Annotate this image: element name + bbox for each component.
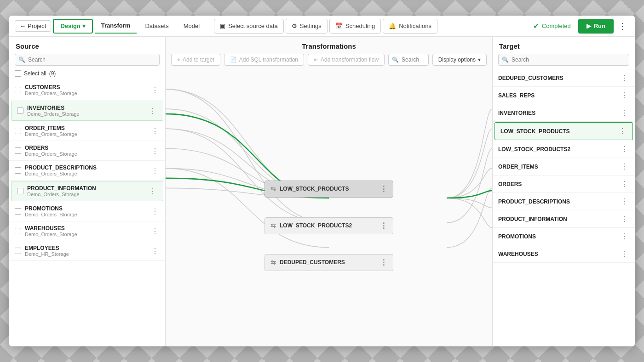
source-item-more[interactable]: ⋮: [150, 247, 160, 255]
source-item-info: EMPLOYEES Demo_HR_Storage: [25, 245, 147, 257]
transform-node-low-stock2[interactable]: ⇆ LOW_STOCK_PRODUCTS2 ⋮: [264, 217, 393, 234]
display-options-button[interactable]: Display options ▾: [432, 54, 487, 66]
target-item-more[interactable]: ⋮: [620, 74, 629, 82]
source-item-more[interactable]: ⋮: [150, 227, 160, 236]
source-item-sub: Demo_Orders_Storage: [25, 151, 147, 157]
transform-search-icon: 🔍: [392, 57, 399, 63]
source-item-more[interactable]: ⋮: [150, 147, 160, 155]
flow-icon: ⇤: [314, 57, 318, 63]
transform-node-icon-2: ⇆: [270, 222, 276, 229]
source-list-item[interactable]: ORDER_ITEMS Demo_Orders_Storage ⋮: [9, 121, 165, 141]
target-item-more[interactable]: ⋮: [620, 215, 629, 223]
transform-node-more-3[interactable]: ⋮: [380, 258, 387, 267]
target-list-item[interactable]: DEDUPED_CUSTOMERS ⋮: [493, 69, 635, 87]
source-item-sub: Demo_Orders_Storage: [25, 131, 147, 137]
add-flow-button[interactable]: ⇤ Add transformation flow: [308, 54, 385, 66]
target-item-name: PRODUCT_DESCRIPTIONS: [498, 198, 616, 205]
target-item-more[interactable]: ⋮: [620, 145, 629, 153]
transform-node-more-2[interactable]: ⋮: [380, 221, 387, 230]
nav-divider-1: [210, 21, 210, 32]
source-item-checkbox[interactable]: [15, 167, 21, 174]
settings-button[interactable]: ⚙ Settings: [286, 19, 328, 34]
source-list-item[interactable]: INVENTORIES Demo_Orders_Storage ⋮: [11, 101, 163, 121]
source-item-name: PRODUCT_INFORMATION: [27, 185, 144, 192]
target-list-item[interactable]: SALES_REPS ⋮: [493, 87, 635, 104]
add-to-target-button[interactable]: ⌖ Add to target: [171, 54, 220, 66]
add-sql-button[interactable]: 📄 Add SQL transformation: [224, 54, 304, 66]
transform-node-label-2: LOW_STOCK_PRODUCTS2: [280, 222, 352, 229]
source-list-item[interactable]: WAREHOUSES Demo_Orders_Storage ⋮: [9, 221, 165, 241]
source-item-more[interactable]: ⋮: [148, 107, 157, 115]
source-list-item[interactable]: PROMOTIONS Demo_Orders_Storage ⋮: [9, 202, 165, 221]
source-item-checkbox[interactable]: [15, 248, 21, 254]
source-search-input[interactable]: [15, 54, 160, 66]
source-item-checkbox[interactable]: [15, 208, 21, 215]
source-item-more[interactable]: ⋮: [150, 86, 160, 95]
source-list-item[interactable]: CUSTOMERS Demo_Orders_Storage ⋮: [9, 80, 165, 100]
target-list-item[interactable]: INVENTORIES ⋮: [493, 104, 635, 122]
back-button[interactable]: ← Project: [15, 20, 51, 32]
transform-node-deduped[interactable]: ⇆ DEDUPED_CUSTOMERS ⋮: [264, 254, 393, 271]
completed-badge: ✔ Completed: [533, 22, 571, 30]
target-item-more[interactable]: ⋮: [620, 180, 629, 188]
select-all-row: Select all (9): [9, 69, 165, 80]
source-search-wrapper: 🔍: [9, 54, 165, 69]
target-item-more[interactable]: ⋮: [620, 232, 629, 241]
source-list-item[interactable]: ORDERS Demo_Orders_Storage ⋮: [9, 141, 165, 161]
source-list-item[interactable]: EMPLOYEES Demo_HR_Storage ⋮: [9, 241, 165, 261]
source-list-item[interactable]: PRODUCT_INFORMATION Demo_Orders_Storage …: [11, 181, 163, 201]
source-item-checkbox[interactable]: [15, 147, 21, 154]
target-item-more[interactable]: ⋮: [620, 197, 629, 206]
play-icon: ▶: [586, 23, 591, 29]
target-title: Target: [499, 42, 520, 50]
source-item-more[interactable]: ⋮: [150, 207, 160, 216]
target-item-more[interactable]: ⋮: [620, 249, 629, 258]
top-nav: ← Project Design ▾ Transform Datasets Mo…: [9, 16, 635, 37]
target-item-name: ORDER_ITEMS: [498, 164, 616, 170]
source-item-checkbox[interactable]: [17, 188, 23, 194]
target-list-item[interactable]: PRODUCT_INFORMATION ⋮: [493, 210, 635, 228]
transform-node-more-1[interactable]: ⋮: [380, 185, 387, 193]
transform-node-label-1: LOW_STOCK_PRODUCTS: [280, 186, 349, 192]
check-circle-icon: ✔: [533, 22, 539, 30]
source-item-info: ORDERS Demo_Orders_Storage: [25, 145, 147, 157]
select-all-checkbox[interactable]: [15, 70, 21, 77]
target-list-item[interactable]: ORDER_ITEMS ⋮: [493, 158, 635, 175]
flow-svg: [166, 69, 492, 346]
run-button[interactable]: ▶ Run: [578, 19, 614, 34]
target-list-item[interactable]: LOW_STOCK_PRODUCTS2 ⋮: [493, 141, 635, 158]
source-list-item[interactable]: PRODUCT_DESCRIPTIONS Demo_Orders_Storage…: [9, 161, 165, 181]
target-list-item[interactable]: LOW_STOCK_PRODUCTS ⋮: [494, 122, 633, 140]
target-list-item[interactable]: WAREHOUSES ⋮: [493, 245, 635, 263]
tab-transform[interactable]: Transform: [95, 19, 137, 34]
tab-model[interactable]: Model: [177, 19, 206, 34]
source-item-checkbox[interactable]: [15, 128, 21, 134]
chevron-down-icon: ▾: [82, 23, 86, 29]
transform-node-low-stock[interactable]: ⇆ LOW_STOCK_PRODUCTS ⋮: [264, 181, 393, 198]
target-list-item[interactable]: ORDERS ⋮: [493, 175, 635, 193]
scheduling-label: Scheduling: [345, 23, 375, 29]
source-item-more[interactable]: ⋮: [150, 166, 160, 175]
source-item-checkbox[interactable]: [17, 107, 23, 114]
target-item-more[interactable]: ⋮: [620, 162, 629, 171]
target-item-more[interactable]: ⋮: [620, 91, 629, 100]
select-source-label: Select source data: [228, 23, 278, 29]
select-source-button[interactable]: ▣ Select source data: [214, 19, 284, 34]
source-item-checkbox[interactable]: [15, 87, 21, 93]
target-item-more[interactable]: ⋮: [618, 127, 627, 136]
target-list-item[interactable]: PROMOTIONS ⋮: [493, 228, 635, 245]
tab-design[interactable]: Design ▾: [53, 19, 92, 34]
source-item-more[interactable]: ⋮: [150, 127, 160, 136]
target-item-name: ORDERS: [498, 181, 616, 187]
source-item-checkbox[interactable]: [15, 228, 21, 234]
source-item-info: PRODUCT_DESCRIPTIONS Demo_Orders_Storage: [25, 164, 147, 176]
tab-datasets[interactable]: Datasets: [138, 19, 175, 34]
source-item-more[interactable]: ⋮: [148, 187, 157, 196]
more-options-button[interactable]: ⋮: [615, 19, 629, 33]
target-list-item[interactable]: PRODUCT_DESCRIPTIONS ⋮: [493, 193, 635, 210]
scheduling-button[interactable]: 📅 Scheduling: [329, 19, 381, 34]
target-search-input[interactable]: [498, 54, 629, 66]
notifications-button[interactable]: 🔔 Notifications: [383, 19, 437, 34]
target-item-more[interactable]: ⋮: [620, 108, 629, 117]
target-item-name: LOW_STOCK_PRODUCTS2: [498, 146, 616, 153]
